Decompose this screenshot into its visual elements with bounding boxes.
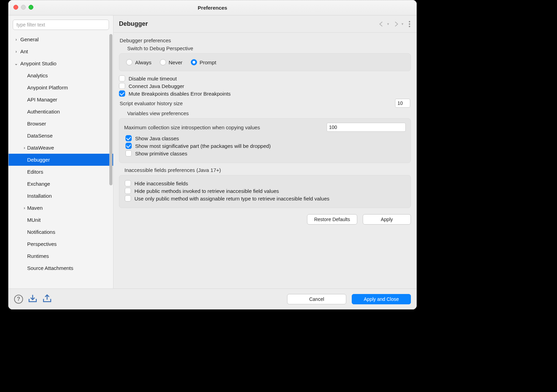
mute-breakpoints-checkbox[interactable]: Mute Breakpoints disables Error Breakpoi… bbox=[119, 90, 411, 97]
tree-item-editors[interactable]: Editors bbox=[9, 166, 113, 178]
preferences-tree: ›General›Ant⌄Anypoint StudioAnalyticsAny… bbox=[9, 32, 113, 277]
tree-item-exchange[interactable]: Exchange bbox=[9, 178, 113, 190]
sidebar-scrollbar[interactable] bbox=[109, 34, 112, 185]
tree-item-label: Perspectives bbox=[27, 241, 57, 247]
chevron-right-icon[interactable]: › bbox=[22, 206, 27, 210]
hide-public-methods-checkbox[interactable]: Hide public methods invoked to retrieve … bbox=[125, 188, 405, 194]
switch-perspective-group: Always Never Prompt bbox=[119, 53, 411, 71]
switch-perspective-label: Switch to Debug Perspective bbox=[127, 45, 412, 51]
tree-item-label: Source Attachments bbox=[27, 265, 73, 271]
tree-item-label: Maven bbox=[27, 205, 43, 211]
variables-view-group: Maximum collection size introspection wh… bbox=[119, 118, 411, 163]
tree-item-debugger[interactable]: Debugger bbox=[9, 154, 113, 166]
tree-item-label: Editors bbox=[27, 169, 43, 175]
minimize-window-icon[interactable] bbox=[21, 5, 26, 10]
tree-item-installation[interactable]: Installation bbox=[9, 190, 113, 202]
content-header: Debugger ▼ ▼ bbox=[113, 15, 416, 33]
tree-item-authentication[interactable]: Authentication bbox=[9, 106, 113, 118]
tree-item-perspectives[interactable]: Perspectives bbox=[9, 238, 113, 250]
cancel-button[interactable]: Cancel bbox=[287, 294, 346, 304]
filter-input[interactable] bbox=[13, 20, 109, 30]
tree-item-label: Browser bbox=[27, 121, 46, 127]
variables-view-label: Variables view preferences bbox=[127, 110, 412, 116]
hide-inaccessible-checkbox[interactable]: Hide inaccessible fields bbox=[125, 180, 405, 186]
tree-item-anypoint-studio[interactable]: ⌄Anypoint Studio bbox=[9, 57, 113, 69]
show-java-classes-checkbox[interactable]: Show Java classes bbox=[125, 135, 405, 141]
preferences-window: Preferences ›General›Ant⌄Anypoint Studio… bbox=[8, 0, 417, 309]
tree-item-source-attachments[interactable]: Source Attachments bbox=[9, 262, 113, 274]
nav-back-button[interactable]: ▼ bbox=[377, 20, 390, 29]
chevron-down-icon[interactable]: ⌄ bbox=[13, 61, 19, 66]
tree-item-label: Installation bbox=[27, 193, 52, 199]
history-size-label: Script evaluator history size bbox=[120, 100, 183, 106]
tree-item-browser[interactable]: Browser bbox=[9, 118, 113, 130]
tree-item-general[interactable]: ›General bbox=[9, 33, 113, 45]
tree-item-ant[interactable]: ›Ant bbox=[9, 45, 113, 57]
page-title: Debugger bbox=[119, 20, 148, 28]
connect-java-debugger-checkbox[interactable]: Connect Java Debugger bbox=[119, 83, 411, 89]
disable-mule-timeout-checkbox[interactable]: Disable mule timeout bbox=[119, 75, 411, 81]
content-pane: Debugger ▼ ▼ Debugger preferences Switch… bbox=[113, 15, 416, 288]
tree-item-label: Authentication bbox=[27, 109, 60, 115]
radio-never[interactable]: Never bbox=[160, 59, 183, 65]
restore-defaults-button[interactable]: Restore Defaults bbox=[307, 214, 357, 225]
tree-item-label: Debugger bbox=[27, 157, 50, 163]
tree-item-label: Runtimes bbox=[27, 253, 49, 259]
tree-item-label: Exchange bbox=[27, 181, 50, 187]
tree-item-label: Ant bbox=[20, 48, 28, 54]
tree-item-label: Anypoint Studio bbox=[20, 61, 56, 66]
radio-always[interactable]: Always bbox=[126, 59, 152, 65]
tree-item-maven[interactable]: ›Maven bbox=[9, 202, 113, 214]
tree-item-analytics[interactable]: Analytics bbox=[9, 69, 113, 81]
tree-item-notifications[interactable]: Notifications bbox=[9, 226, 113, 238]
debugger-preferences-label: Debugger preferences bbox=[120, 37, 412, 43]
tree-item-label: Anypoint Platform bbox=[27, 85, 68, 90]
inaccessible-fields-group: Hide inaccessible fields Hide public met… bbox=[119, 175, 411, 208]
tree-item-dataweave[interactable]: ›DataWeave bbox=[9, 142, 113, 154]
tree-item-anypoint-platform[interactable]: Anypoint Platform bbox=[9, 81, 113, 94]
close-window-icon[interactable] bbox=[13, 5, 18, 10]
tree-item-label: General bbox=[20, 36, 39, 42]
help-icon[interactable]: ? bbox=[14, 295, 23, 304]
preferences-sidebar: ›General›Ant⌄Anypoint StudioAnalyticsAny… bbox=[9, 15, 113, 288]
export-preferences-icon[interactable] bbox=[42, 294, 52, 305]
tree-item-api-manager[interactable]: API Manager bbox=[9, 94, 113, 106]
chevron-right-icon[interactable]: › bbox=[22, 145, 27, 150]
tree-item-munit[interactable]: MUnit bbox=[9, 214, 113, 226]
tree-item-label: DataWeave bbox=[27, 145, 54, 151]
titlebar: Preferences bbox=[9, 0, 416, 15]
tree-item-label: MUnit bbox=[27, 217, 41, 223]
chevron-right-icon[interactable]: › bbox=[13, 49, 19, 54]
tree-item-runtimes[interactable]: Runtimes bbox=[9, 250, 113, 262]
nav-forward-button[interactable]: ▼ bbox=[392, 20, 405, 29]
window-traffic-lights bbox=[13, 5, 33, 10]
tree-item-label: Notifications bbox=[27, 229, 55, 235]
tree-item-label: DataSense bbox=[27, 133, 53, 139]
max-collection-input[interactable] bbox=[327, 123, 406, 132]
overflow-menu-icon[interactable] bbox=[408, 20, 411, 28]
chevron-right-icon[interactable]: › bbox=[13, 37, 19, 42]
max-collection-label: Maximum collection size introspection wh… bbox=[124, 124, 260, 130]
window-title: Preferences bbox=[198, 5, 227, 11]
inaccessible-fields-label: Inaccessible fields preferences (Java 17… bbox=[124, 167, 412, 173]
import-preferences-icon[interactable] bbox=[28, 294, 37, 305]
show-primitive-checkbox[interactable]: Show primitive classes bbox=[125, 150, 405, 156]
tree-item-label: API Manager bbox=[27, 97, 57, 102]
apply-button[interactable]: Apply bbox=[363, 214, 411, 225]
history-size-input[interactable] bbox=[395, 99, 410, 108]
tree-item-label: Analytics bbox=[27, 73, 48, 78]
radio-prompt[interactable]: Prompt bbox=[191, 59, 216, 65]
apply-and-close-button[interactable]: Apply and Close bbox=[352, 294, 411, 304]
show-significative-checkbox[interactable]: Show most significative part (the packag… bbox=[125, 143, 405, 149]
tree-item-datasense[interactable]: DataSense bbox=[9, 130, 113, 142]
use-only-public-checkbox[interactable]: Use only public method with assignable r… bbox=[125, 195, 405, 202]
dialog-footer: ? Cancel Apply and Close bbox=[9, 288, 416, 309]
maximize-window-icon[interactable] bbox=[29, 5, 33, 10]
